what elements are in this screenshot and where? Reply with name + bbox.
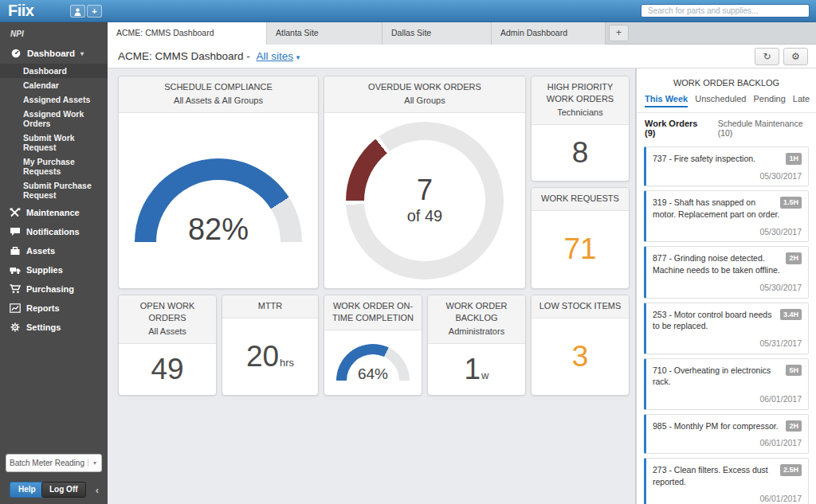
sidebar-item-dashboard[interactable]: Dashboard: [0, 64, 108, 78]
tab-acme-cmms-dashboard[interactable]: ACME: CMMS Dashboard: [108, 22, 267, 45]
sidebar-item-submit-work-request[interactable]: Submit Work Request: [0, 131, 108, 154]
widget-title: LOW STOCK ITEMS: [536, 300, 624, 312]
help-button[interactable]: Help: [10, 482, 45, 498]
sidebar-item-dashboard-group[interactable]: Dashboard ▾: [0, 44, 108, 64]
sidebar-item-assets[interactable]: Assets: [0, 242, 108, 260]
sidebar-item-submit-purchase-request[interactable]: Submit Purchase Request: [0, 178, 108, 202]
schedule-compliance-gauge: 82%: [135, 158, 302, 242]
mttr-value: 20: [246, 340, 279, 373]
settings-gear-icon: [10, 322, 21, 332]
gear-icon: ⚙: [791, 51, 800, 62]
dashboard-icon: [10, 49, 22, 58]
fiix-logo: Fiix: [8, 2, 33, 20]
tab-atlanta-site[interactable]: Atlanta Site: [267, 22, 382, 45]
sidebar-item-notifications[interactable]: Notifications: [0, 223, 108, 240]
widget-high-priority-work-orders[interactable]: HIGH PRIORITY WORK ORDERS Technicians 8: [531, 76, 630, 182]
sidebar-item-purchasing[interactable]: Purchasing: [0, 280, 108, 298]
work-order-text: 273 - Clean filters. Excess dust reporte…: [653, 465, 768, 486]
dashboard-widgets-area: SCHEDULE COMPLIANCE All Assets & All Gro…: [108, 68, 635, 504]
subtab-schedule-maintenance[interactable]: Schedule Maintenance (10): [718, 119, 816, 138]
widget-subtitle: All Assets: [124, 326, 211, 338]
dashboard-settings-button[interactable]: ⚙: [783, 48, 808, 65]
work-order-text: 985 - Monthly PM for compressor.: [653, 421, 779, 431]
work-order-date: 05/30/2017: [653, 170, 802, 182]
duration-badge: 2.5H: [780, 464, 802, 476]
tab-late[interactable]: Late: [793, 94, 810, 107]
widget-mttr[interactable]: MTTR 20 hrs: [222, 295, 319, 396]
sidebar-item-assigned-work-orders[interactable]: Assigned Work Orders: [0, 107, 108, 131]
mttr-unit: hrs: [280, 357, 294, 369]
widget-title: WORK REQUESTS: [536, 193, 624, 205]
work-order-item[interactable]: 3.4H 253 - Motor control board needs to …: [644, 303, 809, 354]
chevron-down-icon: ▾: [80, 50, 84, 57]
work-order-text: 319 - Shaft has snapped on motor. Replac…: [653, 197, 779, 219]
tab-admin-dashboard[interactable]: Admin Dashboard: [492, 22, 606, 45]
sidebar-item-calendar[interactable]: Calendar: [0, 78, 108, 92]
work-order-text: 253 - Motor control board needs to be re…: [653, 310, 771, 331]
site-filter-link[interactable]: All sites: [257, 50, 294, 62]
sidebar-item-settings[interactable]: Settings: [0, 318, 108, 336]
tab-unscheduled[interactable]: Unscheduled: [695, 94, 746, 107]
widget-title: HIGH PRIORITY WORK ORDERS: [536, 81, 624, 105]
work-order-date: 05/30/2017: [653, 226, 802, 238]
add-button[interactable]: +: [87, 5, 102, 18]
widget-title: MTTR: [227, 300, 313, 312]
widget-subtitle: All Assets & All Groups: [124, 95, 313, 107]
sidebar-item-label: Purchasing: [26, 284, 74, 294]
user-menu-button[interactable]: [70, 5, 85, 18]
widget-open-work-orders[interactable]: OPEN WORK ORDERS All Assets 49: [118, 295, 217, 396]
sidebar-item-supplies[interactable]: Supplies: [0, 261, 108, 279]
chevron-down-icon[interactable]: ▾: [88, 459, 101, 467]
gauge-value: 64%: [336, 365, 410, 381]
widget-work-order-backlog[interactable]: WORK ORDER BACKLOG Administrators 1 w: [427, 295, 526, 396]
work-order-item[interactable]: 2H 985 - Monthly PM for compressor. 06/0…: [644, 414, 809, 454]
supplies-truck-icon: [10, 265, 21, 275]
chevron-down-icon[interactable]: ▾: [296, 53, 300, 61]
work-order-list: 1H 737 - Fire safety inspection. 05/30/2…: [637, 142, 816, 504]
user-icon: [74, 8, 81, 16]
high-priority-count: 8: [572, 136, 589, 170]
work-order-item[interactable]: 1H 737 - Fire safety inspection. 05/30/2…: [644, 147, 809, 186]
widget-overdue-work-orders[interactable]: OVERDUE WORK ORDERS All Groups 7 of 49: [324, 76, 526, 289]
sidebar-item-label: Reports: [26, 303, 60, 313]
work-order-text: 710 - Overheating in electronics rack.: [653, 365, 771, 387]
overdue-count: 7: [417, 176, 433, 205]
sidebar-item-maintenance[interactable]: Maintenance: [0, 204, 108, 221]
org-label: NPI: [0, 22, 108, 44]
overdue-donut-chart: 7 of 49: [346, 122, 504, 279]
tab-pending[interactable]: Pending: [753, 94, 785, 107]
sidebar-item-assigned-assets[interactable]: Assigned Assets: [0, 92, 108, 107]
sidebar-item-reports[interactable]: Reports: [0, 299, 108, 317]
refresh-icon: ↻: [763, 51, 771, 62]
widget-subtitle: All Groups: [329, 95, 520, 107]
tab-dallas-site[interactable]: Dallas Site: [382, 22, 492, 45]
search-input[interactable]: [641, 4, 810, 18]
log-off-button[interactable]: Log Off: [41, 482, 86, 498]
widget-work-requests[interactable]: WORK REQUESTS 71: [531, 187, 630, 289]
new-tab-button[interactable]: +: [609, 25, 629, 41]
refresh-button[interactable]: ↻: [755, 48, 779, 65]
work-order-item[interactable]: 2.5H 273 - Clean filters. Excess dust re…: [644, 458, 809, 504]
tab-this-week[interactable]: This Week: [645, 94, 688, 107]
backlog-panel-title: WORK ORDER BACKLOG: [637, 68, 816, 94]
duration-badge: 5H: [786, 365, 802, 377]
backlog-unit: w: [481, 369, 488, 381]
batch-meter-reading-label: Batch Meter Reading: [6, 459, 88, 467]
widget-low-stock-items[interactable]: LOW STOCK ITEMS 3: [531, 295, 630, 396]
work-order-date: 05/30/2017: [653, 282, 802, 294]
batch-meter-reading-button[interactable]: Batch Meter Reading ▾: [6, 454, 102, 472]
subtab-work-orders[interactable]: Work Orders (9): [645, 119, 708, 138]
duration-badge: 3.4H: [780, 309, 802, 321]
sidebar-collapse-icon[interactable]: ‹: [96, 484, 99, 496]
sidebar-item-my-purchase-requests[interactable]: My Purchase Requests: [0, 154, 108, 178]
work-order-item[interactable]: 5H 710 - Overheating in electronics rack…: [644, 358, 809, 410]
sidebar-item-label: Maintenance: [26, 208, 80, 217]
work-order-item[interactable]: 1.5H 319 - Shaft has snapped on motor. R…: [644, 190, 809, 242]
widget-title: OPEN WORK ORDERS: [124, 300, 211, 324]
widget-schedule-compliance[interactable]: SCHEDULE COMPLIANCE All Assets & All Gro…: [118, 76, 319, 289]
work-order-date: 06/01/2017: [653, 493, 802, 504]
work-order-date: 06/01/2017: [653, 437, 802, 449]
assets-icon: [10, 246, 21, 256]
widget-on-time-completion[interactable]: WORK ORDER ON-TIME COMPLETION 64%: [324, 295, 422, 396]
work-order-item[interactable]: 2H 877 - Grinding noise detected. Machin…: [644, 246, 809, 298]
